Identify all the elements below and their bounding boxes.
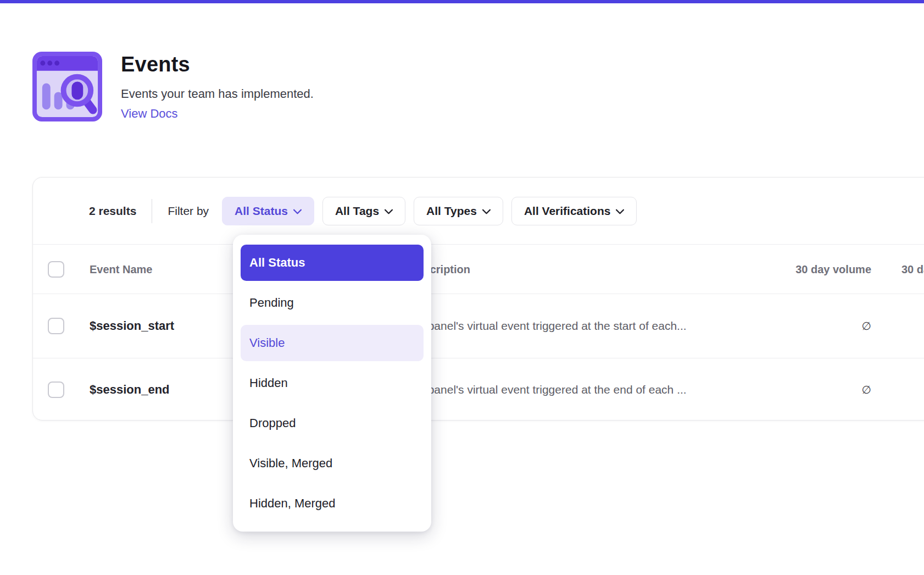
dropdown-item-pending[interactable]: Pending <box>241 285 424 321</box>
chevron-down-icon <box>293 209 302 214</box>
select-all-checkbox[interactable] <box>48 261 64 278</box>
filter-toolbar: 2 results Filter by All Status All Tags … <box>33 178 924 244</box>
filter-by-label: Filter by <box>168 204 209 218</box>
filter-tags-label: All Tags <box>335 204 379 218</box>
event-name: $session_end <box>90 383 170 397</box>
table-row[interactable]: $session_start Mixpanel's virtual event … <box>33 294 924 358</box>
event-30-day-volume: ∅ <box>692 383 871 396</box>
events-app-icon <box>32 52 102 121</box>
filter-verifications-button[interactable]: All Verifications <box>511 197 637 225</box>
page-subtitle: Events your team has implemented. <box>121 87 314 101</box>
chevron-down-icon <box>385 209 393 214</box>
filter-types-label: All Types <box>426 204 477 218</box>
toolbar-divider <box>152 199 152 223</box>
status-dropdown-menu: All Status Pending Visible Hidden Droppe… <box>233 235 431 532</box>
filter-status-label: All Status <box>235 204 288 218</box>
row-checkbox[interactable] <box>48 318 64 334</box>
table-row[interactable]: $session_end Mixpanel's virtual event tr… <box>33 358 924 421</box>
page-title: Events <box>121 53 190 76</box>
filter-verifications-label: All Verifications <box>524 204 611 218</box>
dropdown-item-hidden-merged[interactable]: Hidden, Merged <box>241 485 424 522</box>
dropdown-item-hidden[interactable]: Hidden <box>241 365 424 401</box>
chevron-down-icon <box>616 209 624 214</box>
filter-types-button[interactable]: All Types <box>414 197 503 225</box>
column-header-event-name: Event Name <box>90 263 153 275</box>
view-docs-link[interactable]: View Docs <box>121 107 178 121</box>
top-accent-bar <box>0 0 924 3</box>
dropdown-item-all-status[interactable]: All Status <box>241 245 424 281</box>
row-checkbox[interactable] <box>48 382 64 398</box>
filter-tags-button[interactable]: All Tags <box>322 197 405 225</box>
event-description: Mixpanel's virtual event triggered at th… <box>410 319 687 333</box>
results-count: 2 results <box>89 204 136 218</box>
chevron-down-icon <box>482 209 491 214</box>
table-header-row: Event Name Description 30 day volume 30 … <box>33 244 924 294</box>
event-description: Mixpanel's virtual event triggered at th… <box>410 383 687 396</box>
event-name: $session_start <box>90 319 174 333</box>
dropdown-item-visible-merged[interactable]: Visible, Merged <box>241 445 424 482</box>
column-header-30-day-volume: 30 day volume <box>692 263 871 275</box>
event-30-day-volume: ∅ <box>692 319 871 333</box>
filter-status-button[interactable]: All Status <box>222 197 314 225</box>
dropdown-item-dropped[interactable]: Dropped <box>241 405 424 441</box>
column-header-clipped: 30 day <box>901 263 924 275</box>
dropdown-item-visible[interactable]: Visible <box>241 325 424 361</box>
events-card: 2 results Filter by All Status All Tags … <box>32 177 924 421</box>
